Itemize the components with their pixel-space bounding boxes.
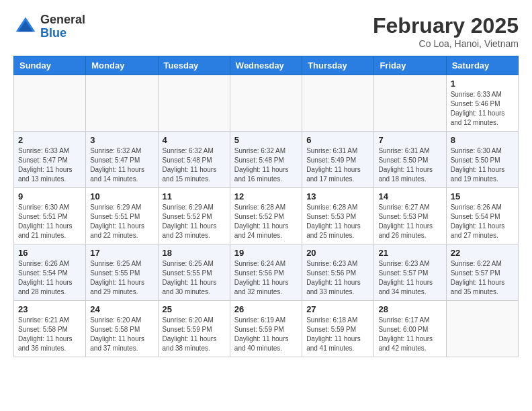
- calendar-cell: 27Sunrise: 6:18 AM Sunset: 5:59 PM Dayli…: [302, 301, 374, 357]
- calendar-cell: 24Sunrise: 6:20 AM Sunset: 5:58 PM Dayli…: [86, 301, 158, 357]
- logo-text: General Blue: [40, 13, 85, 40]
- month-title: February 2025: [373, 13, 519, 38]
- day-info: Sunrise: 6:29 AM Sunset: 5:51 PM Dayligh…: [90, 203, 153, 240]
- calendar-cell: 20Sunrise: 6:23 AM Sunset: 5:56 PM Dayli…: [302, 244, 374, 301]
- day-info: Sunrise: 6:27 AM Sunset: 5:53 PM Dayligh…: [378, 203, 441, 240]
- day-info: Sunrise: 6:20 AM Sunset: 5:59 PM Dayligh…: [163, 316, 226, 353]
- page-header: General Blue February 2025 Co Loa, Hanoi…: [13, 13, 519, 49]
- day-number: 18: [163, 248, 226, 258]
- calendar-cell: 13Sunrise: 6:28 AM Sunset: 5:53 PM Dayli…: [302, 188, 374, 244]
- calendar-week-1: 1Sunrise: 6:33 AM Sunset: 5:46 PM Daylig…: [14, 75, 519, 132]
- calendar-week-4: 16Sunrise: 6:26 AM Sunset: 5:54 PM Dayli…: [14, 244, 519, 301]
- calendar-cell: [446, 301, 518, 357]
- day-info: Sunrise: 6:23 AM Sunset: 5:57 PM Dayligh…: [378, 259, 441, 297]
- day-number: 27: [306, 304, 369, 314]
- day-number: 2: [18, 135, 81, 145]
- calendar-cell: [302, 75, 374, 132]
- day-number: 13: [306, 191, 369, 201]
- calendar-cell: 14Sunrise: 6:27 AM Sunset: 5:53 PM Dayli…: [374, 188, 446, 244]
- day-number: 26: [234, 304, 298, 314]
- day-number: 3: [90, 135, 153, 145]
- day-info: Sunrise: 6:25 AM Sunset: 5:55 PM Dayligh…: [90, 259, 153, 297]
- calendar-body: 1Sunrise: 6:33 AM Sunset: 5:46 PM Daylig…: [14, 75, 519, 357]
- calendar-week-2: 2Sunrise: 6:33 AM Sunset: 5:47 PM Daylig…: [14, 132, 519, 188]
- calendar-cell: 28Sunrise: 6:17 AM Sunset: 6:00 PM Dayli…: [374, 301, 446, 357]
- calendar-cell: 25Sunrise: 6:20 AM Sunset: 5:59 PM Dayli…: [158, 301, 230, 357]
- calendar-cell: 21Sunrise: 6:23 AM Sunset: 5:57 PM Dayli…: [374, 244, 446, 301]
- logo: General Blue: [13, 13, 85, 40]
- logo-general-text: General: [40, 13, 85, 27]
- calendar-cell: 6Sunrise: 6:31 AM Sunset: 5:49 PM Daylig…: [302, 132, 374, 188]
- calendar-cell: [230, 75, 302, 132]
- day-info: Sunrise: 6:29 AM Sunset: 5:52 PM Dayligh…: [163, 203, 226, 240]
- day-header-wednesday: Wednesday: [230, 56, 302, 75]
- day-number: 7: [378, 135, 441, 145]
- day-info: Sunrise: 6:28 AM Sunset: 5:52 PM Dayligh…: [234, 203, 298, 240]
- calendar-cell: 4Sunrise: 6:32 AM Sunset: 5:48 PM Daylig…: [158, 132, 230, 188]
- day-number: 28: [378, 304, 441, 314]
- day-number: 16: [18, 248, 81, 258]
- calendar-cell: 10Sunrise: 6:29 AM Sunset: 5:51 PM Dayli…: [86, 188, 158, 244]
- day-header-sunday: Sunday: [14, 56, 86, 75]
- title-block: February 2025 Co Loa, Hanoi, Vietnam: [373, 13, 519, 49]
- day-number: 23: [18, 304, 81, 314]
- calendar-cell: 16Sunrise: 6:26 AM Sunset: 5:54 PM Dayli…: [14, 244, 86, 301]
- logo-icon: [13, 15, 38, 39]
- day-info: Sunrise: 6:24 AM Sunset: 5:56 PM Dayligh…: [234, 259, 298, 297]
- calendar-cell: 19Sunrise: 6:24 AM Sunset: 5:56 PM Dayli…: [230, 244, 302, 301]
- day-info: Sunrise: 6:26 AM Sunset: 5:54 PM Dayligh…: [18, 259, 81, 297]
- day-info: Sunrise: 6:26 AM Sunset: 5:54 PM Dayligh…: [451, 203, 514, 240]
- day-number: 22: [451, 248, 514, 258]
- day-number: 12: [234, 191, 298, 201]
- day-number: 19: [234, 248, 298, 258]
- day-info: Sunrise: 6:30 AM Sunset: 5:51 PM Dayligh…: [18, 203, 81, 240]
- day-info: Sunrise: 6:32 AM Sunset: 5:47 PM Dayligh…: [90, 146, 153, 184]
- calendar-header: SundayMondayTuesdayWednesdayThursdayFrid…: [14, 56, 519, 75]
- day-number: 8: [451, 135, 514, 145]
- day-number: 24: [90, 304, 153, 314]
- header-row: SundayMondayTuesdayWednesdayThursdayFrid…: [14, 56, 519, 75]
- day-number: 6: [306, 135, 369, 145]
- calendar-cell: 18Sunrise: 6:25 AM Sunset: 5:55 PM Dayli…: [158, 244, 230, 301]
- day-header-saturday: Saturday: [446, 56, 518, 75]
- day-header-tuesday: Tuesday: [158, 56, 230, 75]
- calendar-table: SundayMondayTuesdayWednesdayThursdayFrid…: [13, 56, 519, 357]
- day-info: Sunrise: 6:33 AM Sunset: 5:47 PM Dayligh…: [18, 146, 81, 184]
- day-info: Sunrise: 6:23 AM Sunset: 5:56 PM Dayligh…: [306, 259, 369, 297]
- calendar-cell: [14, 75, 86, 132]
- day-number: 11: [163, 191, 226, 201]
- day-number: 15: [451, 191, 514, 201]
- calendar-cell: 17Sunrise: 6:25 AM Sunset: 5:55 PM Dayli…: [86, 244, 158, 301]
- calendar-week-3: 9Sunrise: 6:30 AM Sunset: 5:51 PM Daylig…: [14, 188, 519, 244]
- location: Co Loa, Hanoi, Vietnam: [373, 38, 519, 49]
- day-number: 10: [90, 191, 153, 201]
- calendar-cell: [158, 75, 230, 132]
- day-info: Sunrise: 6:17 AM Sunset: 6:00 PM Dayligh…: [378, 316, 441, 353]
- calendar-cell: 5Sunrise: 6:32 AM Sunset: 5:48 PM Daylig…: [230, 132, 302, 188]
- day-info: Sunrise: 6:33 AM Sunset: 5:46 PM Dayligh…: [451, 90, 514, 128]
- calendar-cell: 8Sunrise: 6:30 AM Sunset: 5:50 PM Daylig…: [446, 132, 518, 188]
- day-number: 9: [18, 191, 81, 201]
- calendar-cell: 1Sunrise: 6:33 AM Sunset: 5:46 PM Daylig…: [446, 75, 518, 132]
- day-info: Sunrise: 6:20 AM Sunset: 5:58 PM Dayligh…: [90, 316, 153, 353]
- calendar-cell: 26Sunrise: 6:19 AM Sunset: 5:59 PM Dayli…: [230, 301, 302, 357]
- day-info: Sunrise: 6:32 AM Sunset: 5:48 PM Dayligh…: [234, 146, 298, 184]
- day-info: Sunrise: 6:28 AM Sunset: 5:53 PM Dayligh…: [306, 203, 369, 240]
- day-info: Sunrise: 6:31 AM Sunset: 5:50 PM Dayligh…: [378, 146, 441, 184]
- day-number: 14: [378, 191, 441, 201]
- calendar-cell: 9Sunrise: 6:30 AM Sunset: 5:51 PM Daylig…: [14, 188, 86, 244]
- day-number: 5: [234, 135, 298, 145]
- day-number: 4: [163, 135, 226, 145]
- day-info: Sunrise: 6:19 AM Sunset: 5:59 PM Dayligh…: [234, 316, 298, 353]
- calendar-cell: 7Sunrise: 6:31 AM Sunset: 5:50 PM Daylig…: [374, 132, 446, 188]
- calendar-cell: 22Sunrise: 6:22 AM Sunset: 5:57 PM Dayli…: [446, 244, 518, 301]
- day-header-thursday: Thursday: [302, 56, 374, 75]
- day-number: 20: [306, 248, 369, 258]
- day-info: Sunrise: 6:32 AM Sunset: 5:48 PM Dayligh…: [163, 146, 226, 184]
- calendar-cell: 2Sunrise: 6:33 AM Sunset: 5:47 PM Daylig…: [14, 132, 86, 188]
- calendar-cell: 15Sunrise: 6:26 AM Sunset: 5:54 PM Dayli…: [446, 188, 518, 244]
- calendar-cell: 12Sunrise: 6:28 AM Sunset: 5:52 PM Dayli…: [230, 188, 302, 244]
- day-info: Sunrise: 6:30 AM Sunset: 5:50 PM Dayligh…: [451, 146, 514, 184]
- day-info: Sunrise: 6:31 AM Sunset: 5:49 PM Dayligh…: [306, 146, 369, 184]
- day-info: Sunrise: 6:18 AM Sunset: 5:59 PM Dayligh…: [306, 316, 369, 353]
